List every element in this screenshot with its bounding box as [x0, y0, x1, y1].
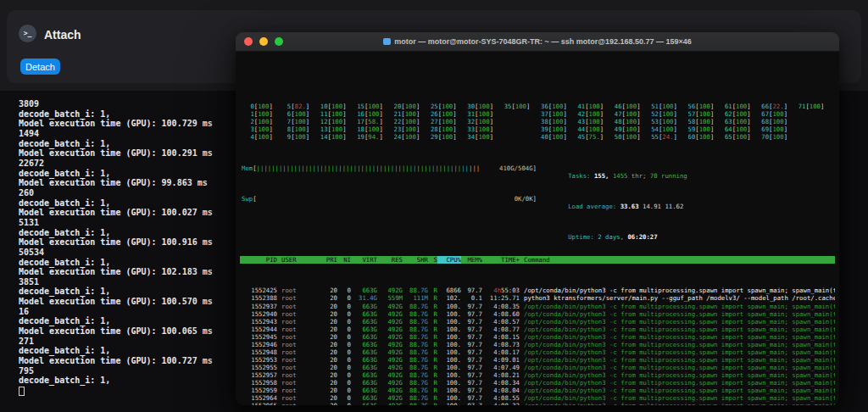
meter-bracket: ]	[563, 110, 566, 118]
col-pri: 20	[320, 310, 337, 318]
col-shr: 88.7G	[403, 394, 428, 402]
col-header-time[interactable]: TIME+	[482, 256, 520, 264]
cpu-meter: 5[82.]	[283, 103, 320, 110]
meter-bracket: ]	[563, 103, 566, 110]
process-row[interactable]: 1552965root200663G492G88.7GR100.97.74:08…	[240, 402, 835, 405]
meter-bracket: ]	[380, 103, 383, 110]
cpu-id: 4	[247, 133, 254, 141]
cpu-id: 65	[725, 133, 732, 141]
col-pid: 1552937	[240, 303, 277, 310]
shr-value: 88.	[409, 387, 420, 394]
col-pid: 1552943	[240, 318, 277, 326]
terminal-doc-icon	[383, 38, 391, 45]
col-user: root	[277, 294, 320, 302]
col-pid: 1552957	[240, 371, 277, 379]
col-header-state[interactable]: S	[428, 256, 437, 264]
uptime-label: Uptime:	[568, 233, 594, 241]
col-pri: 20	[320, 379, 337, 387]
cpu-meter: 36[100]	[541, 103, 577, 110]
col-header-ni[interactable]: NI	[337, 256, 351, 264]
shr-value: 111M	[413, 294, 428, 302]
cpu-value: 100	[552, 118, 563, 125]
col-pid: 1552955	[240, 364, 277, 371]
cpu-id: 48	[615, 118, 622, 125]
cpu-meter: 43[100]	[577, 118, 614, 125]
process-row[interactable]: 1552425root200663G492G88.7GR686697.74h55…	[240, 287, 835, 294]
cpu-id: 64	[725, 125, 732, 133]
col-header-res[interactable]: RES	[377, 256, 403, 264]
process-row[interactable]: 1552946root200663G492G88.7GR100.97.74:08…	[240, 341, 835, 348]
cpu-meter: 37[100]	[541, 110, 577, 118]
cpu-id: 16	[357, 110, 364, 118]
col-header-pri[interactable]: PRI	[320, 256, 337, 264]
col-time: 4:07.49	[482, 364, 520, 371]
col-cpu: 100.	[437, 310, 461, 318]
process-row[interactable]: 1552964root200663G492G88.7GR100.97.74:08…	[240, 394, 835, 402]
process-row[interactable]: 1552943root200663G492G88.7GR100.97.74:08…	[240, 318, 835, 326]
col-header-mem[interactable]: MEM%	[461, 256, 482, 264]
col-res: 492G	[377, 402, 403, 405]
cpu-id: 57	[688, 110, 696, 118]
process-row[interactable]: 1552948root200663G492G88.7GR100.97.74:08…	[240, 348, 835, 356]
col-mem: 97.7	[461, 348, 482, 356]
col-pri: 20	[320, 371, 337, 379]
col-cmd: /opt/conda/bin/python3 -c from multiproc…	[520, 287, 835, 294]
col-header-cpu-sorted[interactable]: CPU%	[437, 256, 461, 264]
cpu-id: 11	[320, 110, 328, 118]
col-virt: 663G	[351, 326, 377, 333]
cpu-meter: 54[100]	[651, 125, 687, 133]
process-row[interactable]: 1552388root20031.4G559M111MR102.0.111:25…	[240, 294, 835, 302]
col-pid: 1552958	[240, 379, 277, 387]
meter-bracket: ]	[784, 110, 787, 118]
col-header-user[interactable]: USER	[277, 256, 320, 264]
cpu-id: 25	[431, 103, 438, 110]
col-pid: 1552953	[240, 356, 277, 364]
cpu-value: 58.	[368, 118, 379, 125]
cpu-meter: 26[100]	[431, 110, 467, 118]
process-row[interactable]: 1552955root200663G492G88.7GR100.97.74:07…	[240, 364, 835, 371]
shr-value: 88.	[409, 402, 420, 405]
window-titlebar[interactable]: motor — motor@motor-SYS-7048GR-TR: ~ — s…	[236, 32, 839, 52]
col-header-command[interactable]: Command	[520, 256, 835, 264]
col-header-virt[interactable]: VIRT	[351, 256, 377, 264]
threads-count: 1455	[613, 172, 628, 180]
cpu-meter: 65[100]	[725, 133, 761, 141]
process-row[interactable]: 1552945root200663G492G88.7GR100.97.74:08…	[240, 333, 835, 341]
process-row[interactable]: 1552937root200663G492G88.7GR100.97.74:08…	[240, 303, 835, 310]
process-row[interactable]: 1552940root200663G492G88.7GR100.97.74:08…	[240, 310, 835, 318]
col-cmd: /opt/conda/bin/python3 -c from multiproc…	[520, 326, 835, 333]
shr-unit: 7G	[420, 364, 428, 371]
cpu-value: 100	[405, 133, 416, 141]
col-header-shr[interactable]: SHR	[403, 256, 428, 264]
detach-button[interactable]: Detach	[20, 58, 60, 75]
minimize-window-icon[interactable]	[259, 37, 268, 46]
shr-value: 88.	[409, 326, 420, 333]
process-table-header[interactable]: PID USER PRI NI VIRT RES SHR S CPU% MEM%…	[240, 256, 835, 264]
col-virt: 663G	[351, 394, 377, 402]
process-row[interactable]: 1552959root200663G492G88.7GR100.97.74:08…	[240, 387, 835, 394]
meter-bracket: ]	[453, 103, 456, 110]
col-user: root	[277, 394, 320, 402]
col-cpu: 100.	[437, 348, 461, 356]
cpu-value: 100	[772, 125, 783, 133]
col-pid: 1552945	[240, 333, 277, 341]
process-row[interactable]: 1552958root200663G492G88.7GR100.97.74:08…	[240, 379, 835, 387]
cpu-value: 100	[699, 118, 710, 125]
cpu-value: 75.	[589, 133, 600, 141]
col-header-pid[interactable]: PID	[240, 256, 277, 264]
meter-bracket: ]	[306, 110, 309, 118]
meter-bracket: ]	[747, 125, 750, 133]
cpu-value: 100	[626, 103, 637, 110]
close-window-icon[interactable]	[244, 37, 253, 46]
process-row[interactable]: 1552944root200663G492G88.7GR100.97.74:08…	[240, 326, 835, 333]
process-row[interactable]: 1552957root200663G492G88.7GR100.97.74:08…	[240, 371, 835, 379]
cpu-meter: 62[100]	[725, 110, 761, 118]
col-res: 492G	[377, 371, 403, 379]
process-row[interactable]: 1552953root200663G492G88.7GR100.97.74:09…	[240, 356, 835, 364]
col-s: R	[428, 402, 437, 405]
cpu-value: 22.	[772, 103, 783, 110]
cpu-value: 100	[699, 125, 710, 133]
zoom-window-icon[interactable]	[275, 37, 283, 46]
cpu-id: 12	[320, 118, 328, 125]
cpu-meter	[504, 125, 541, 133]
